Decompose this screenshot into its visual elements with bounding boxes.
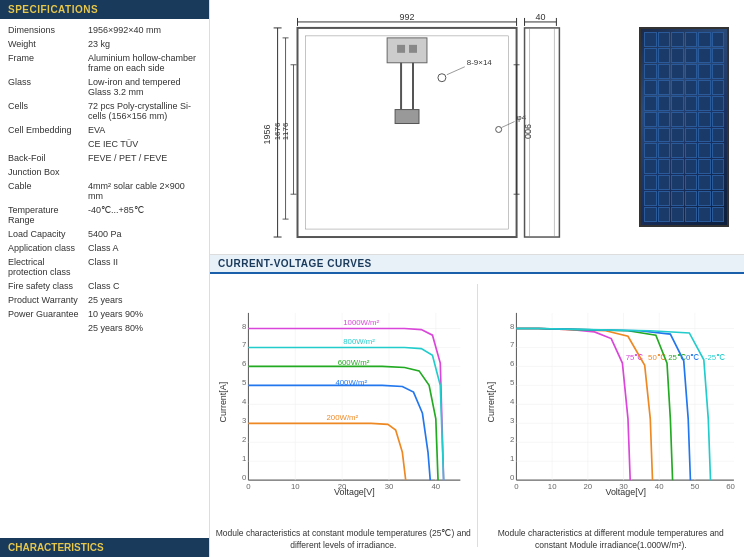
svg-text:0: 0 [514,482,519,491]
spec-row-temp: Temperature Range -40℃...+85℃ [8,203,201,227]
spec-label: Cell Embedding [8,125,88,135]
specs-header: SPECIFICATIONS [0,0,209,19]
svg-text:5: 5 [509,378,514,387]
chart2-svg: Current[A] Voltage[V] 0 1 2 3 4 5 6 7 [483,279,740,525]
svg-text:40: 40 [535,12,545,22]
svg-text:10: 10 [547,482,556,491]
svg-text:2: 2 [242,435,246,444]
chart1: Current[A] Voltage[V] 0 1 2 3 4 5 6 7 [215,279,472,552]
spec-row-power2: 25 years 80% [8,321,201,335]
spec-value: Class A [88,243,201,253]
spec-label: Load Capacity [8,229,88,239]
svg-text:50: 50 [690,482,699,491]
spec-label: Cells [8,101,88,111]
svg-text:4: 4 [242,397,247,406]
spec-value: EVA [88,125,201,135]
spec-value: Low-iron and tempered Glass 3.2 mm [88,77,201,97]
svg-text:-25℃: -25℃ [704,353,724,362]
svg-text:60: 60 [726,482,735,491]
photo-area [624,0,744,254]
spec-row-certs: CE IEC TÜV [8,137,201,151]
spec-label: Fire safety class [8,281,88,291]
chart1-caption: Module characteristics at constant modul… [215,528,472,552]
svg-text:6: 6 [509,359,513,368]
chars-header: CHARACTERISTICS [0,538,209,557]
svg-text:4: 4 [509,397,514,406]
spec-value: -40℃...+85℃ [88,205,201,215]
svg-text:800W/m²: 800W/m² [343,337,375,346]
solar-panel-image [639,27,729,227]
svg-text:0: 0 [509,473,514,482]
svg-text:Current[A]: Current[A] [486,382,496,423]
chart2-area: Current[A] Voltage[V] 0 1 2 3 4 5 6 7 [483,279,740,525]
spec-label: Cable [8,181,88,191]
svg-text:7: 7 [242,340,246,349]
curves-header: CURRENT-VOLTAGE CURVES [210,255,744,274]
spec-value: 23 kg [88,39,201,49]
svg-text:8-9×14: 8-9×14 [467,58,493,67]
spec-row-power: Power Guarantee 10 years 90% [8,307,201,321]
svg-text:0: 0 [242,473,247,482]
spec-value: FEVE / PET / FEVE [88,153,201,163]
svg-rect-23 [397,45,405,53]
spec-row-junctionbox: Junction Box [8,165,201,179]
svg-line-36 [502,122,515,128]
svg-text:1956: 1956 [262,124,272,144]
technical-diagram: 992 40 1956 [247,10,587,244]
svg-text:2: 2 [509,435,513,444]
svg-point-37 [496,127,502,133]
svg-rect-24 [409,45,417,53]
spec-value: 25 years [88,295,201,305]
spec-label: Dimensions [8,25,88,35]
curves-section: CURRENT-VOLTAGE CURVES Current[A] Voltag… [210,255,744,557]
spec-value: Class II [88,257,201,267]
spec-value: 5400 Pa [88,229,201,239]
svg-rect-27 [395,110,419,124]
chart1-svg: Current[A] Voltage[V] 0 1 2 3 4 5 6 7 [215,279,472,525]
svg-text:8: 8 [242,322,246,331]
svg-text:Current[A]: Current[A] [218,382,228,423]
spec-row-cell-embedding: Cell Embedding EVA [8,123,201,137]
svg-text:20: 20 [338,482,347,491]
svg-text:8: 8 [509,322,513,331]
spec-row-elec: Electrical protection class Class II [8,255,201,279]
svg-text:10: 10 [291,482,300,491]
svg-text:200W/m²: 200W/m² [327,413,359,422]
spec-label: Frame [8,53,88,63]
svg-text:30: 30 [619,482,628,491]
svg-text:1: 1 [509,454,513,463]
spec-row-load: Load Capacity 5400 Pa [8,227,201,241]
right-panel: 992 40 1956 [210,0,744,557]
spec-row-warranty: Product Warranty 25 years [8,293,201,307]
spec-row-fire: Fire safety class Class C [8,279,201,293]
spec-value: Aluminium hollow-chamber frame on each s… [88,53,201,73]
spec-row-appclass: Application class Class A [8,241,201,255]
svg-text:0℃: 0℃ [685,353,698,362]
svg-text:1176: 1176 [281,122,290,140]
spec-value: Class C [88,281,201,291]
spec-value: 25 years 80% [88,323,201,333]
svg-rect-22 [387,38,427,63]
svg-text:1000W/m²: 1000W/m² [343,318,379,327]
spec-label: Temperature Range [8,205,88,225]
spec-row-dimensions: Dimensions 1956×992×40 mm [8,23,201,37]
chart2: Current[A] Voltage[V] 0 1 2 3 4 5 6 7 [483,279,740,552]
spec-row-cells: Cells 72 pcs Poly-crystalline Si-cells (… [8,99,201,123]
diagram-area: 992 40 1956 [210,0,624,254]
spec-label: Application class [8,243,88,253]
svg-text:6: 6 [242,359,246,368]
spec-value: 1956×992×40 mm [88,25,201,35]
spec-value: 4mm² solar cable 2×900 mm [88,181,201,201]
spec-label: Back-Foil [8,153,88,163]
spec-row-frame: Frame Aluminium hollow-chamber frame on … [8,51,201,75]
svg-point-34 [438,74,446,82]
spec-label: Glass [8,77,88,87]
svg-line-33 [447,67,465,75]
svg-text:1: 1 [242,454,246,463]
spec-value: 10 years 90% [88,309,201,319]
spec-label: Electrical protection class [8,257,88,277]
svg-text:992: 992 [400,12,415,22]
svg-text:40: 40 [431,482,440,491]
spec-value: CE IEC TÜV [88,139,201,149]
left-panel: SPECIFICATIONS Dimensions 1956×992×40 mm… [0,0,210,557]
